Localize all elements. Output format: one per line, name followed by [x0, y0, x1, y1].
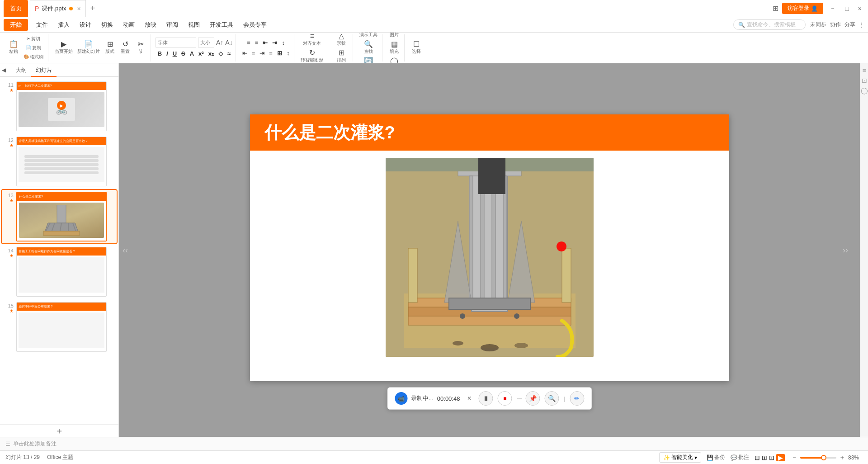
subscript-button[interactable]: x₂ — [207, 49, 216, 58]
view-normal-button[interactable]: ⊟ — [755, 454, 760, 461]
slide-item-13[interactable]: 13 ★ 什么是二次灌浆? — [2, 190, 117, 243]
slide-thumb-13[interactable]: 什么是二次灌浆? — [16, 192, 107, 241]
scroll-right-button[interactable]: ›› — [843, 246, 848, 255]
window-minimize-button[interactable]: － — [827, 5, 839, 13]
menu-transition[interactable]: 切换 — [97, 19, 118, 31]
reset-button[interactable]: ↺ 重置 — [118, 40, 132, 56]
view-outline-button[interactable]: ⊞ — [762, 454, 767, 461]
underline-button[interactable]: U — [171, 49, 179, 58]
tab-outline[interactable]: 大纲 — [11, 65, 31, 77]
justify-button[interactable]: ≡ — [267, 49, 274, 57]
start-button[interactable]: 开始 — [4, 19, 28, 31]
slide-item-12[interactable]: 12 ★ 管理人员就现场施工许可证建立的会同是否有效？ — [2, 135, 117, 188]
present-tool-button[interactable]: 🖥 演示工具 — [358, 33, 379, 39]
strikethrough-button[interactable]: S — [179, 49, 187, 58]
increase-indent-button[interactable]: ⇥ — [270, 38, 279, 47]
collaborate-btn[interactable]: 协作 — [830, 21, 841, 28]
add-slide-button[interactable]: ＋ — [0, 424, 118, 437]
visit-login-button[interactable]: 访客登录 👤 — [782, 3, 823, 14]
right-panel-icon-2[interactable]: ⊡ — [862, 77, 867, 84]
copy-button[interactable]: 📄 复制 — [22, 44, 45, 52]
zoom-slider-thumb[interactable] — [821, 455, 826, 460]
slide-thumb-15[interactable]: 如何中标中标公布结果？ — [16, 302, 107, 352]
font-family-input[interactable] — [156, 38, 196, 47]
panel-toggle-button[interactable]: ◀ — [0, 65, 8, 75]
superscript-button[interactable]: x² — [197, 49, 206, 58]
notes-bar[interactable]: ☰ 单击此处添加备注 — [0, 437, 868, 450]
paste-button[interactable]: 📋 粘贴 — [6, 40, 21, 56]
tab-close-icon[interactable]: × — [77, 5, 81, 12]
menu-vip[interactable]: 会员专享 — [239, 19, 271, 31]
col-layout-button[interactable]: ⊞ — [275, 49, 284, 57]
recording-pin-button[interactable]: 📌 — [526, 391, 540, 406]
menu-view[interactable]: 视图 — [184, 19, 204, 31]
scroll-left-button[interactable]: ‹‹ — [123, 246, 128, 255]
recording-close-button[interactable]: × — [465, 394, 473, 402]
right-panel-icon-3[interactable]: ◯ — [861, 87, 868, 94]
menu-file[interactable]: 文件 — [32, 19, 52, 31]
slide-item-11[interactable]: 11 ★ P... 如何下达二次灌浆? 🚲 ▶ — [2, 80, 117, 133]
arrange-button[interactable]: ⊞ 排列 — [334, 48, 349, 64]
smart-beautify-button[interactable]: ✨ 智能美化 ▾ — [659, 452, 701, 463]
align-right-button[interactable]: ⇥ — [258, 49, 266, 57]
section-button[interactable]: ✂ 节 — [133, 40, 148, 56]
recording-camera-button[interactable]: 🔍 — [545, 391, 559, 406]
layout-icon[interactable]: ⊞ — [773, 4, 778, 13]
menu-insert[interactable]: 插入 — [53, 19, 74, 31]
menu-design[interactable]: 设计 — [75, 19, 96, 31]
picture-button[interactable]: 🖼 图片 — [387, 33, 401, 39]
line-spacing-button[interactable]: ↕ — [280, 38, 287, 47]
add-tab-button[interactable]: + — [88, 4, 98, 13]
decrease-indent-button[interactable]: ⇤ — [261, 38, 269, 47]
recording-pen-button[interactable]: ✏ — [570, 391, 584, 406]
cut-button[interactable]: ✂ 剪切 — [22, 35, 45, 43]
more-menu-icon[interactable]: ⋮ — [859, 22, 864, 28]
slide-image[interactable] — [386, 158, 594, 357]
layout-button[interactable]: ⊞ 版式 — [103, 40, 117, 56]
char-spacing-button[interactable]: ≈ — [226, 49, 232, 58]
menu-animation[interactable]: 动画 — [118, 19, 139, 31]
menu-slideshow[interactable]: 放映 — [140, 19, 161, 31]
bullet-list-button[interactable]: ≡ — [245, 38, 252, 47]
zoom-slider[interactable] — [800, 457, 836, 459]
bold-button[interactable]: B — [156, 49, 164, 58]
new-slide-button[interactable]: 📄 新建幻灯片 — [75, 40, 102, 56]
smart-shape-button[interactable]: ↻ 转智能图形 — [299, 48, 325, 64]
clear-format-button[interactable]: ◇ — [217, 49, 225, 58]
numbered-list-button[interactable]: ≡ — [253, 38, 260, 47]
fill-button[interactable]: ▦ 填充 — [387, 40, 401, 56]
font-size-increase-button[interactable]: A↑ — [216, 39, 223, 46]
slide-thumb-12[interactable]: 管理人员就现场施工许可证建立的会同是否有效？ — [16, 137, 107, 186]
recording-stop-button[interactable]: ■ — [498, 391, 512, 406]
text-dir-button[interactable]: ↕ — [285, 49, 292, 57]
font-size-input[interactable] — [198, 38, 214, 47]
align-text-button[interactable]: ≡ 对齐文本 — [301, 33, 323, 47]
replace-button[interactable]: 🔄 替换 — [361, 57, 376, 63]
select-button[interactable]: ☐ 选择 — [409, 40, 424, 56]
align-left-button[interactable]: ⇤ — [241, 49, 249, 57]
play-show-button[interactable]: ▶ — [776, 454, 785, 461]
window-maximize-button[interactable]: □ — [842, 5, 851, 12]
recording-pause-button[interactable]: ⏸ — [479, 391, 493, 406]
menu-developer[interactable]: 开发工具 — [205, 19, 238, 31]
shapes-button[interactable]: △ 形状 — [334, 33, 349, 47]
format-painter-button[interactable]: 🎨 格式刷 — [22, 53, 45, 61]
tab-slides[interactable]: 幻灯片 — [31, 65, 57, 77]
search-box[interactable]: 🔍 查找命令、搜索模板 — [733, 19, 806, 30]
backup-button[interactable]: 💾 备份 — [707, 454, 725, 461]
slide-item-14[interactable]: 14 ★ 非施工工程合同履行作为合同依据是否？ — [2, 245, 117, 298]
tab-home[interactable]: 首页 — [4, 0, 28, 17]
font-size-decrease-button[interactable]: A↓ — [225, 39, 232, 46]
menu-review[interactable]: 审阅 — [162, 19, 183, 31]
right-panel-icon-1[interactable]: ≡ — [862, 67, 866, 74]
export-button[interactable]: ◯ 输出 — [387, 57, 401, 63]
italic-button[interactable]: I — [165, 49, 170, 58]
find-button[interactable]: 🔍 查找 — [361, 40, 376, 56]
comment-button[interactable]: 💬 批注 — [731, 454, 749, 461]
tab-file[interactable]: P 课件.pptx × — [30, 0, 86, 17]
slide-thumb-14[interactable]: 非施工工程合同履行作为合同依据是否？ — [16, 247, 107, 297]
zoom-in-button[interactable]: ＋ — [838, 454, 846, 462]
window-close-button[interactable]: × — [855, 5, 864, 12]
slide-canvas[interactable]: 什么是二次灌浆? — [250, 114, 729, 381]
view-slide-button[interactable]: ⊡ — [769, 454, 774, 461]
